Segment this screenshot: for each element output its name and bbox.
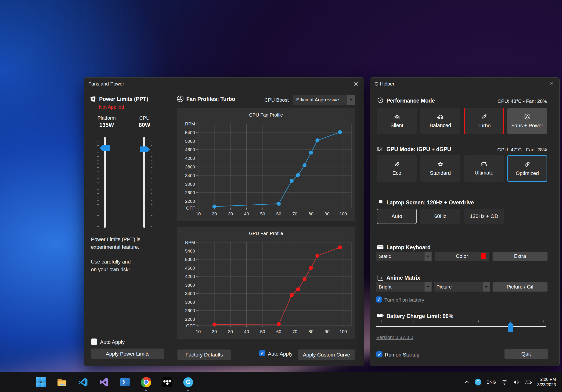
svg-text:30: 30 bbox=[228, 212, 233, 216]
keyboard-color-button[interactable]: Color bbox=[434, 252, 489, 261]
svg-text:40: 40 bbox=[244, 329, 249, 334]
gpu-fan-chart[interactable]: GPU Fan ProfileRPM5400500046004200380034… bbox=[177, 227, 355, 339]
curve-auto-apply-checkbox[interactable]: ✓ bbox=[259, 350, 265, 356]
ghelper-taskbar-button[interactable]: G bbox=[183, 377, 194, 388]
slider-tick bbox=[97, 193, 99, 194]
battery-slider-track[interactable] bbox=[376, 326, 546, 327]
keyboard-mode-value: Static bbox=[376, 254, 391, 259]
cpu-boost-dropdown[interactable]: Efficient Aggressive bbox=[293, 95, 355, 105]
dropdown-caret-button[interactable] bbox=[424, 252, 432, 261]
screen-60hz-button[interactable]: 60Hz bbox=[420, 209, 460, 224]
battery-slider-thumb[interactable] bbox=[508, 322, 513, 332]
matrix-mode-value: Picture bbox=[434, 284, 452, 290]
dropdown-caret-button[interactable] bbox=[424, 282, 432, 291]
volume-icon bbox=[513, 379, 519, 385]
screen-120hz-od-button[interactable]: 120Hz + OD bbox=[464, 209, 504, 224]
matrix-battery-checkbox[interactable]: ✓ bbox=[376, 296, 382, 302]
slider-tick bbox=[97, 182, 99, 182]
cpu-fan-chart[interactable]: CPU Fan ProfileRPM5400500046004200380034… bbox=[177, 108, 355, 221]
slider-tick bbox=[97, 204, 99, 205]
fans-window-titlebar[interactable]: Fans and Power bbox=[84, 78, 364, 90]
slider-tick bbox=[97, 197, 99, 197]
run-on-startup-checkbox[interactable]: ✓ bbox=[376, 351, 383, 358]
dropdown-caret-button[interactable] bbox=[483, 282, 490, 291]
slider-tick bbox=[97, 226, 99, 227]
platform-slider-thumb[interactable] bbox=[100, 145, 110, 151]
matrix-mode-dropdown[interactable]: Picture bbox=[434, 282, 490, 291]
matrix-brightness-dropdown[interactable]: Bright bbox=[376, 282, 432, 291]
apply-custom-curve-button[interactable]: Apply Custom Curve bbox=[298, 349, 355, 360]
volume-button[interactable] bbox=[513, 379, 519, 385]
tray-chevron-button[interactable] bbox=[464, 379, 470, 385]
screen-option-label: Auto bbox=[392, 213, 402, 219]
wifi-button[interactable] bbox=[501, 379, 508, 385]
battery-icon bbox=[377, 313, 384, 318]
battery-tray-button[interactable] bbox=[525, 379, 532, 385]
screen-auto-button[interactable]: Auto bbox=[377, 209, 417, 224]
svg-text:5000: 5000 bbox=[185, 139, 195, 144]
keyboard-color-swatch[interactable] bbox=[481, 253, 486, 259]
wifi-icon bbox=[501, 379, 508, 385]
vscode-button[interactable] bbox=[78, 377, 88, 388]
slider-tick bbox=[478, 321, 479, 322]
file-explorer-button[interactable] bbox=[57, 377, 67, 388]
apply-power-limits-button[interactable]: Apply Power Limits bbox=[91, 348, 164, 359]
fans-window-close-button[interactable] bbox=[352, 80, 360, 87]
gpu-ultimate-button[interactable]: Ultimate bbox=[464, 155, 504, 182]
note-line-3: Use carefully and bbox=[91, 258, 131, 266]
slider-tick bbox=[151, 215, 152, 216]
fans-and-power-window: Fans and Power Power Limits (PPT) Not Ap… bbox=[84, 77, 364, 366]
powershell-button[interactable]: ❯_ bbox=[120, 377, 130, 388]
chrome-button[interactable] bbox=[141, 377, 152, 388]
power-limits-auto-apply-checkbox[interactable]: ✓ bbox=[91, 338, 97, 345]
tray-ghelper-icon[interactable]: G bbox=[475, 379, 481, 385]
cpu-fan-chart-panel: CPU Fan ProfileRPM5400500046004200380034… bbox=[177, 108, 355, 221]
svg-text:60: 60 bbox=[276, 212, 281, 216]
tidal-icon bbox=[162, 377, 172, 387]
visual-studio-button[interactable] bbox=[99, 377, 109, 388]
gpu-standard-button[interactable]: Standard bbox=[420, 155, 460, 182]
ghelper-close-button[interactable] bbox=[547, 80, 556, 87]
start-button[interactable] bbox=[35, 377, 46, 388]
mode-silent-button[interactable]: Silent bbox=[377, 108, 417, 134]
laptop-keyboard-heading: Laptop Keyboard bbox=[386, 244, 431, 251]
slider-tick bbox=[543, 321, 544, 322]
tidal-button[interactable] bbox=[162, 377, 173, 388]
gpu-optimized-button[interactable]: Optimized bbox=[507, 155, 547, 182]
svg-text:70: 70 bbox=[293, 212, 297, 216]
slider-tick bbox=[97, 212, 99, 212]
dropdown-caret-button[interactable] bbox=[347, 95, 355, 105]
clock-date: 3/23/2023 bbox=[537, 382, 556, 388]
rocket-icon bbox=[481, 113, 487, 120]
keyboard-color-label: Color bbox=[456, 253, 468, 259]
language-indicator[interactable]: ENG bbox=[487, 380, 496, 385]
power-limits-note-2: Use carefully and on your own risk! bbox=[91, 258, 131, 273]
ghelper-titlebar[interactable]: G-Helper bbox=[370, 78, 559, 90]
mode-balanced-button[interactable]: Balanced bbox=[420, 108, 460, 134]
svg-text:60: 60 bbox=[276, 329, 281, 334]
slider-tick bbox=[151, 149, 152, 149]
taskbar-apps: ❯_ G bbox=[35, 372, 194, 392]
note-line-2: experimental feature. bbox=[91, 243, 140, 251]
cpu-slider-thumb[interactable] bbox=[140, 146, 150, 152]
gpu-stats: GPU: 47°C - Fan: 28% bbox=[497, 147, 547, 153]
cpu-value: 80W bbox=[132, 122, 157, 128]
version-link[interactable]: Version: 0.37.0.0 bbox=[376, 335, 413, 340]
quit-button[interactable]: Quit bbox=[504, 349, 548, 359]
mode-fans-power-button[interactable]: Fans + Power bbox=[507, 108, 547, 134]
matrix-brightness-value: Bright bbox=[376, 284, 392, 290]
slider-tick bbox=[97, 145, 99, 146]
svg-text:CPU Fan Profile: CPU Fan Profile bbox=[249, 112, 283, 118]
gpu-mode-label: Optimized bbox=[516, 170, 539, 176]
slider-tick bbox=[151, 142, 152, 142]
factory-defaults-button[interactable]: Factory Defaults bbox=[177, 349, 231, 360]
mode-turbo-button[interactable]: Turbo bbox=[464, 108, 504, 134]
keyboard-extra-button[interactable]: Extra bbox=[492, 252, 548, 261]
taskbar: ❯_ G G ENG bbox=[0, 372, 562, 392]
gpu-eco-button[interactable]: Eco bbox=[377, 155, 417, 182]
keyboard-mode-dropdown[interactable]: Static bbox=[376, 252, 432, 261]
matrix-picture-gif-button[interactable]: Picture / Gif bbox=[492, 282, 548, 291]
svg-text:80: 80 bbox=[309, 329, 314, 334]
slider-tick bbox=[97, 138, 99, 138]
taskbar-clock[interactable]: 2:00 PM 3/23/2023 bbox=[537, 377, 556, 388]
